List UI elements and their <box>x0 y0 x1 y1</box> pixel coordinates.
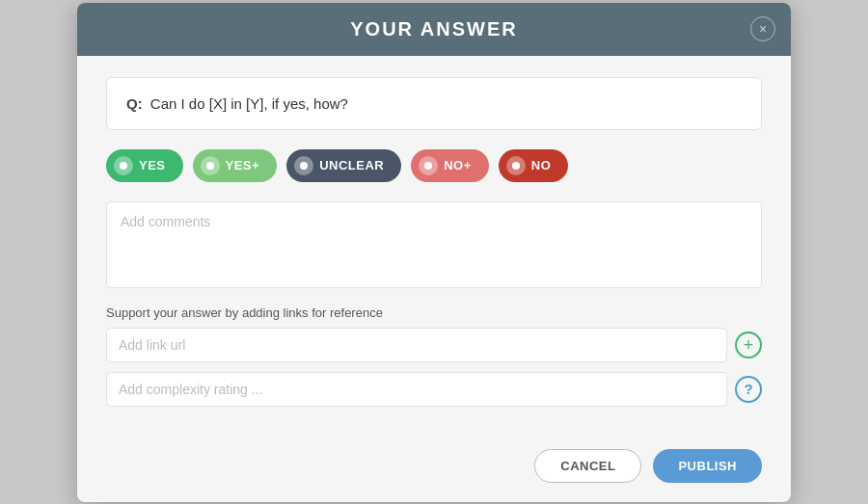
answer-yes-plus-label: YES+ <box>226 158 260 172</box>
complexity-row: ? <box>106 372 762 407</box>
answer-yes-plus-button[interactable]: YES+ <box>193 149 278 182</box>
comments-textarea[interactable] <box>106 201 762 288</box>
answer-options: YES YES+ UNCLEAR NO+ NO <box>106 149 762 182</box>
answer-no-plus-button[interactable]: NO+ <box>411 149 489 182</box>
radio-dot-yes <box>114 156 133 175</box>
answer-modal: YOUR ANSWER × Q: Can I do [X] in [Y], if… <box>77 3 791 502</box>
answer-yes-label: YES <box>139 158 166 172</box>
answer-yes-button[interactable]: YES <box>106 149 183 182</box>
answer-no-button[interactable]: NO <box>499 149 569 182</box>
radio-dot-yes-plus <box>201 156 220 175</box>
radio-dot-no <box>506 156 526 175</box>
modal-title: YOUR ANSWER <box>350 18 517 40</box>
modal-footer: CANCEL PUBLISH <box>77 436 791 502</box>
modal-header: YOUR ANSWER × <box>77 3 791 56</box>
answer-no-label: NO <box>531 158 552 172</box>
support-label: Support your answer by adding links for … <box>106 305 762 320</box>
close-button[interactable]: × <box>750 16 775 41</box>
question-text: Can I do [X] in [Y], if yes, how? <box>150 95 348 112</box>
help-button[interactable]: ? <box>735 376 762 403</box>
radio-dot-unclear <box>294 156 313 175</box>
question-label: Q: <box>126 95 143 112</box>
answer-no-plus-label: NO+ <box>444 158 472 172</box>
answer-unclear-label: UNCLEAR <box>319 158 384 172</box>
add-link-button[interactable]: + <box>735 332 762 358</box>
modal-body: Q: Can I do [X] in [Y], if yes, how? YES… <box>77 56 791 436</box>
complexity-input[interactable] <box>106 372 727 407</box>
link-url-input[interactable] <box>106 328 727 362</box>
cancel-button[interactable]: CANCEL <box>534 449 641 483</box>
publish-button[interactable]: PUBLISH <box>653 449 762 483</box>
radio-dot-no-plus <box>419 156 438 175</box>
answer-unclear-button[interactable]: UNCLEAR <box>286 149 401 182</box>
link-row: + <box>106 328 762 362</box>
question-box: Q: Can I do [X] in [Y], if yes, how? <box>106 77 762 130</box>
